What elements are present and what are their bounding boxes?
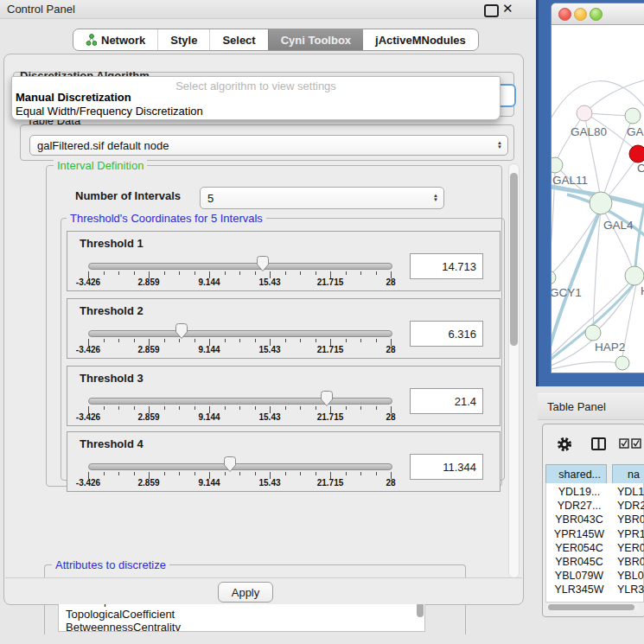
table-cell-shared-name[interactable]: YPR145W [552,528,607,542]
horizontal-scrollbar[interactable] [546,603,640,611]
network-node[interactable] [585,325,601,341]
table-data-combo[interactable]: galFiltered.sif default node ▲▼ [29,135,508,156]
table-cell-shared-name[interactable]: YDR27... [552,500,607,513]
select-columns-icon[interactable] [619,438,644,450]
slider-tick [194,339,195,342]
table-cell-shared-name[interactable]: YER054C [552,542,607,556]
slider-tick-label: 21.715 [309,478,352,488]
table-cell-name[interactable]: YDR2 [617,500,644,513]
tab-cyni-toolbox[interactable]: Cyni Toolbox [268,29,363,50]
threshold-label: Threshold 1 [80,237,143,250]
number-of-intervals-label: Number of Intervals [75,189,181,202]
slider-tick [360,406,361,410]
table-cell-name[interactable]: YER0 [617,542,644,556]
table-panel-bar: Table Panel [538,393,644,420]
network-node[interactable] [629,145,644,163]
network-canvas[interactable]: GAL80GACGAL11GAL4GCY1HHAP2 [552,25,644,373]
tab-label: Cyni Toolbox [281,34,351,47]
slider-tick-label: 9.144 [188,277,231,287]
minimize-traffic-light[interactable] [574,8,587,21]
table-panel-title: Table Panel [547,400,606,413]
slider-tick [300,271,301,275]
menu-item-equal-width-frequency[interactable]: Equal Width/Frequency Discretization [16,105,203,118]
screen: Control Panel ✕ NetworkStyleSelectCyni T… [0,0,644,644]
table-cell-shared-name[interactable]: YBL079W [552,570,607,583]
table-cell-shared-name[interactable]: YLR345W [552,583,607,597]
slider-tick-label: 2.859 [127,345,170,354]
table-cell-name[interactable]: YBL0 [617,570,644,583]
vertical-scrollbar[interactable] [508,163,520,578]
slider-track[interactable] [88,330,392,337]
network-node-label: GAL4 [603,219,634,232]
threshold-value-field[interactable]: 6.316 [410,321,483,347]
slider-tick [316,339,316,342]
number-of-intervals-combo[interactable]: 5 ▲▼ [200,187,444,209]
slider-tick-label: 9.144 [188,478,231,488]
network-node[interactable] [552,157,563,173]
vertical-scrollbar-thumb[interactable] [510,173,518,346]
threshold-value-field[interactable]: 11.344 [410,454,483,480]
slider-thumb[interactable] [175,322,188,342]
threshold-value-field[interactable]: 21.4 [410,388,483,414]
network-node[interactable] [552,271,556,284]
table-cell-shared-name[interactable]: YBR043C [552,513,607,527]
slider-tick-label: 2.859 [127,412,170,422]
split-panel-icon[interactable] [590,437,608,452]
slider-tick [316,472,316,475]
slider-thumb[interactable] [256,255,270,275]
tab-network[interactable]: Network [73,29,157,50]
table-cell-name[interactable]: YLR3 [617,583,644,597]
settings-scrollpane: Interval Definition Number of Intervals … [39,162,520,578]
slider-tick-label: 15.43 [248,345,291,354]
slider-tick [179,271,180,275]
network-node[interactable] [625,108,641,124]
slider-tick-label: 15.43 [248,412,291,422]
slider-track[interactable] [88,463,392,470]
slider-tick [255,472,256,475]
menu-item-manual-discretization[interactable]: Manual Discretization [16,91,131,104]
network-node[interactable] [615,356,629,370]
float-window-icon[interactable] [484,4,499,17]
table-cell-name[interactable]: YDL1 [617,486,644,500]
tab-jactivemnodules[interactable]: jActiveMNodules [363,29,478,50]
slider-tick [104,271,105,275]
horizontal-scrollbar-thumb[interactable] [548,604,634,610]
attribute-list-item[interactable]: BetweennessCentrality [66,621,181,632]
network-node[interactable] [590,192,612,214]
threshold-panel: Threshold 2-3.4262.8599.14415.4321.71528… [67,298,501,359]
slider-track[interactable] [88,398,392,405]
attribute-list-item[interactable]: TopologicalCoefficient [66,608,175,621]
zoom-traffic-light[interactable] [590,8,603,21]
gear-icon[interactable] [557,437,572,452]
network-node[interactable] [577,105,592,121]
threshold-label: Threshold 3 [80,372,143,385]
table-cell-name[interactable]: YBR0 [617,513,644,527]
network-node[interactable] [625,266,644,285]
tab-select[interactable]: Select [209,29,267,50]
slider-tick [104,406,105,410]
threshold-value-field[interactable]: 14.713 [410,253,483,279]
slider-thumb[interactable] [223,456,237,475]
table-column-header[interactable]: na [612,464,644,484]
network-edge [552,362,619,371]
table-cell-shared-name[interactable]: YDL19... [552,486,607,500]
slider-tick-label: 2.859 [127,478,170,488]
close-icon[interactable]: ✕ [502,1,513,16]
slider-tick [134,271,135,275]
threshold-panel: Threshold 1-3.4262.8599.14415.4321.71528… [67,231,501,291]
slider-tick [285,339,286,342]
slider-tick [179,472,180,475]
apply-button[interactable]: Apply [218,582,273,603]
table-cell-shared-name[interactable]: YBR045C [552,556,607,570]
table-cell-name[interactable]: YBR0 [617,556,644,570]
slider-track[interactable] [88,263,392,270]
top-tab-bar: NetworkStyleSelectCyni ToolboxjActiveMNo… [73,29,479,51]
network-icon [86,34,97,46]
tab-style[interactable]: Style [157,29,209,50]
slider-tick [285,271,286,275]
slider-thumb[interactable] [320,390,334,410]
close-traffic-light[interactable] [558,8,571,21]
table-column-header[interactable]: shared... [545,464,607,484]
slider-tick [194,406,195,410]
table-cell-name[interactable]: YPR1 [617,528,644,542]
